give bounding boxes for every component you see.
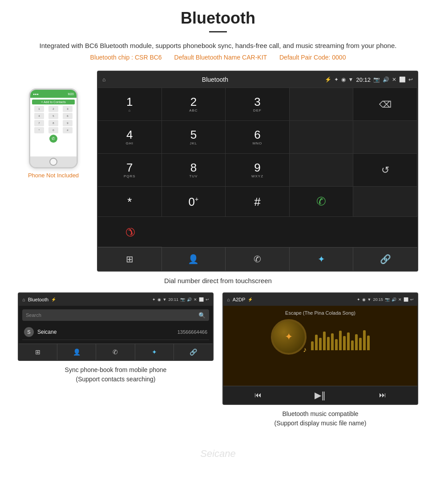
phonebook-header-left: ⌂ Bluetooth ⚡ xyxy=(22,297,56,302)
home-icon[interactable]: ⌂ xyxy=(102,76,105,83)
search-icon[interactable]: 🔍 xyxy=(198,312,206,319)
phone-signal-icons: ●●● xyxy=(33,92,39,96)
dial-key-1[interactable]: 1 ⌂ xyxy=(98,88,162,121)
phonebook-wrapper: ⌂ Bluetooth ⚡ ✦ ◉ ▼ 20:11 📷 🔊 ✕ ⬜ ↩ xyxy=(18,292,214,428)
mu-camera-icon[interactable]: 📷 xyxy=(385,297,390,302)
dial-hangup-button[interactable]: ✆ xyxy=(98,217,162,247)
phone-status: M20 xyxy=(68,92,74,96)
car-screen-header: ⌂ Bluetooth ⚡ ✦ ◉ ▼ 20:12 📷 🔊 ✕ ⬜ ↩ xyxy=(98,72,417,88)
pb-tool-dialpad[interactable]: ⊞ xyxy=(19,344,57,360)
back-icon[interactable]: ↩ xyxy=(408,76,413,83)
phone-bottom-bar xyxy=(30,156,77,167)
dial-key-4[interactable]: 4 GHI xyxy=(98,121,162,154)
mu-window-icon[interactable]: ⬜ xyxy=(404,297,408,302)
music-album-art: ✦ ♪ xyxy=(271,319,307,355)
camera-icon[interactable]: 📷 xyxy=(373,76,380,83)
phone-key-4: 4 xyxy=(34,113,44,119)
dial-key-0[interactable]: 0+ xyxy=(162,187,226,217)
phonebook-screen: ⌂ Bluetooth ⚡ ✦ ◉ ▼ 20:11 📷 🔊 ✕ ⬜ ↩ xyxy=(18,292,214,361)
pb-back-icon[interactable]: ↩ xyxy=(206,297,209,302)
dial-key-6[interactable]: 6 MNO xyxy=(226,121,290,154)
music-wrapper: ⌂ A2DP ⚡ ✦ ◉ ▼ 20:15 📷 🔊 ✕ ⬜ ↩ Escape ( xyxy=(222,292,418,428)
pb-volume-icon[interactable]: 🔊 xyxy=(187,297,192,302)
dial-empty-4b xyxy=(353,121,417,154)
mu-volume-icon[interactable]: 🔊 xyxy=(392,297,396,302)
close-icon[interactable]: ✕ xyxy=(392,76,396,83)
dial-key-9[interactable]: 9 WXYZ xyxy=(226,154,290,187)
music-song-title: Escape (The Pina Colada Song) xyxy=(285,310,355,316)
pb-tool-contacts[interactable]: 👤 xyxy=(57,344,96,360)
equalizer-visualization xyxy=(311,328,370,350)
toolbar-bluetooth-icon[interactable]: ✦ xyxy=(290,248,354,271)
phonebook-toolbar: ⊞ 👤 ✆ ✦ 🔗 xyxy=(19,344,213,360)
phonebook-content: Search 🔍 S Seicane 13566664466 xyxy=(19,306,213,344)
phone-key-star: * xyxy=(34,127,44,133)
phone-key-8: 8 xyxy=(48,120,58,126)
contact-avatar: S xyxy=(24,327,34,337)
mu-close-icon[interactable]: ✕ xyxy=(398,297,402,302)
pb-tool-phone[interactable]: ✆ xyxy=(96,344,135,360)
mu-back-icon[interactable]: ↩ xyxy=(410,297,414,302)
music-caption-line2: (Support display music file name) xyxy=(275,420,367,427)
pb-close-icon[interactable]: ✕ xyxy=(194,297,197,302)
music-note-icon: ♪ xyxy=(303,346,307,354)
phonebook-caption: Sync phone-book from mobile phone (Suppo… xyxy=(65,365,167,384)
dial-key-8[interactable]: 8 TUV xyxy=(162,154,226,187)
eq-bar xyxy=(323,332,326,350)
phonebook-header-title: Bluetooth xyxy=(28,297,48,302)
phone-not-included-label: Phone Not Included xyxy=(28,172,79,179)
music-screen: ⌂ A2DP ⚡ ✦ ◉ ▼ 20:15 📷 🔊 ✕ ⬜ ↩ Escape ( xyxy=(222,292,418,405)
music-controls: ⏮ ▶‖ ⏭ xyxy=(223,386,417,404)
seicane-watermark: Seicane xyxy=(200,448,236,460)
toolbar-contacts-icon[interactable]: 👤 xyxy=(162,248,226,271)
music-header-left: ⌂ A2DP ⚡ xyxy=(227,297,253,302)
dial-backspace[interactable]: ⌫ xyxy=(353,88,417,121)
music-prev-icon[interactable]: ⏮ xyxy=(254,391,262,399)
dial-key-star[interactable]: * xyxy=(98,187,162,217)
dial-key-7[interactable]: 7 PQRS xyxy=(98,154,162,187)
pb-tool-link[interactable]: 🔗 xyxy=(174,344,213,360)
phone-mockup: ●●● M20 + Add to Contacts 1 2 3 4 5 6 xyxy=(29,88,78,168)
eq-bar xyxy=(315,335,318,350)
dial-caption: Dial number direct from touchscreen xyxy=(18,277,418,284)
pb-window-icon[interactable]: ⬜ xyxy=(199,297,204,302)
specs-row: Bluetooth chip : CSR BC6 Default Bluetoo… xyxy=(18,54,418,61)
mu-time: 20:15 xyxy=(373,297,383,302)
eq-bar xyxy=(351,340,354,350)
eq-bar xyxy=(347,332,350,350)
pb-camera-icon[interactable]: 📷 xyxy=(180,297,185,302)
dial-call-button[interactable]: ✆ xyxy=(290,187,354,217)
car-dial-screen: ⌂ Bluetooth ⚡ ✦ ◉ ▼ 20:12 📷 🔊 ✕ ⬜ ↩ 1 ⌂ xyxy=(97,71,418,272)
toolbar-dialpad-icon[interactable]: ⊞ xyxy=(98,248,162,271)
music-home-icon[interactable]: ⌂ xyxy=(227,297,230,302)
phone-key-2: 2 xyxy=(48,106,58,112)
pb-wifi-icon: ▼ xyxy=(163,297,167,302)
dial-key-hash[interactable]: # xyxy=(226,187,290,217)
dial-key-2[interactable]: 2 ABC xyxy=(162,88,226,121)
music-caption-line1: Bluetooth music compatible xyxy=(282,410,358,417)
phone-key-hash: # xyxy=(63,127,73,133)
music-header: ⌂ A2DP ⚡ ✦ ◉ ▼ 20:15 📷 🔊 ✕ ⬜ ↩ xyxy=(223,293,417,306)
music-play-pause-icon[interactable]: ▶‖ xyxy=(315,390,326,400)
description-text: Integrated with BC6 Bluetooth module, su… xyxy=(18,40,418,51)
dial-key-5[interactable]: 5 JKL xyxy=(162,121,226,154)
dial-key-3[interactable]: 3 DEF xyxy=(226,88,290,121)
music-bt-symbol: ✦ xyxy=(285,331,293,343)
phone-key-9: 9 xyxy=(63,120,73,126)
main-content-row: ●●● M20 + Add to Contacts 1 2 3 4 5 6 xyxy=(18,71,418,272)
volume-icon[interactable]: 🔊 xyxy=(383,76,389,83)
dial-empty-6b xyxy=(353,187,417,217)
phonebook-search-bar[interactable]: Search 🔍 xyxy=(22,309,209,321)
phone-dial-row-2: 4 5 6 xyxy=(32,113,75,119)
pb-tool-bt[interactable]: ✦ xyxy=(135,344,174,360)
car-header-right: ⚡ ✦ ◉ ▼ 20:12 📷 🔊 ✕ ⬜ ↩ xyxy=(325,76,413,83)
phone-call-btn[interactable]: ✆ xyxy=(49,135,57,143)
dial-redial[interactable]: ↺ xyxy=(353,154,417,187)
phone-key-0: 0 xyxy=(48,127,58,133)
toolbar-link-icon[interactable]: 🔗 xyxy=(353,248,417,271)
phonebook-home-icon[interactable]: ⌂ xyxy=(22,297,25,302)
phonebook-contact-row[interactable]: S Seicane 13566664466 xyxy=(22,324,209,340)
toolbar-phone-icon[interactable]: ✆ xyxy=(226,248,290,271)
music-next-icon[interactable]: ⏭ xyxy=(379,391,386,399)
window-icon[interactable]: ⬜ xyxy=(399,76,406,83)
